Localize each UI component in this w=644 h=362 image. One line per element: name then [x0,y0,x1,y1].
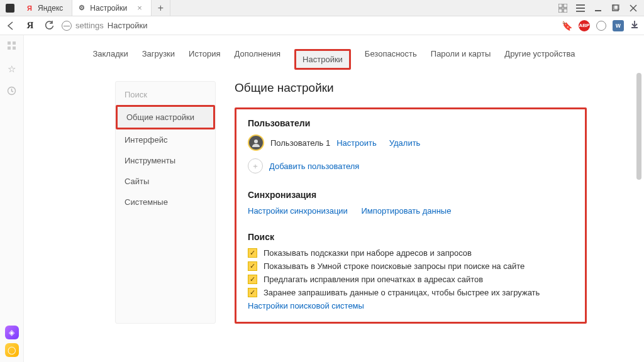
close-window-icon[interactable] [629,4,638,13]
sidebar-item-general[interactable]: Общие настройки [118,107,213,128]
user-configure-link[interactable]: Настроить [336,138,377,148]
window-titlebar: Я Яндекс ⚙ Настройки × + [0,0,644,16]
settings-sidebar: Поиск Общие настройки Интерфейс Инструме… [115,81,216,324]
maximize-icon[interactable] [611,4,620,13]
svg-rect-3 [564,9,567,13]
checkbox-checked-icon[interactable]: ✓ [248,275,257,284]
section-search: Поиск ✓Показывать подсказки при наборе а… [248,232,574,310]
svg-rect-1 [564,4,567,8]
highlighted-panel: Пользователи Пользователь 1 Настроить Уд… [235,107,587,324]
gear-icon: ⚙ [77,4,86,13]
section-sync: Синхронизация Настройки синхронизации Им… [248,190,574,216]
section-users: Пользователи Пользователь 1 Настроить Уд… [248,118,574,173]
checkbox-checked-icon[interactable]: ✓ [248,261,257,271]
browser-tab-yandex[interactable]: Я Яндекс [20,0,72,16]
search-opt-1: Показывать в Умной строке поисковые запр… [264,261,525,271]
sidebar-item-search[interactable]: Поиск [116,84,215,105]
sidebar-item-tools[interactable]: Инструменты [116,150,215,171]
topnav-security[interactable]: Безопасность [365,49,417,70]
search-opt-0: Показывать подсказки при наборе адресов … [264,248,472,258]
app-icon [0,0,20,16]
sidebar-app-1[interactable]: ◈ [5,326,19,339]
page-title: Общие настройки [235,81,587,95]
tab-label: Настройки [90,4,127,13]
topnav-downloads[interactable]: Загрузки [142,49,175,70]
search-opt-2: Предлагать исправления при опечатках в а… [264,275,483,284]
sidebar-item-interface[interactable]: Интерфейс [116,129,215,150]
topnav-bookmarks[interactable]: Закладки [92,49,128,70]
url-scheme: settings [75,21,104,30]
svg-rect-13 [13,41,16,45]
svg-point-17 [254,140,258,143]
avatar [248,134,264,151]
globe-icon [62,21,72,31]
tab-label: Яндекс [38,4,63,13]
reload-button[interactable] [43,21,55,30]
search-engine-link[interactable]: Настройки поисковой системы [248,301,364,310]
downloads-icon[interactable] [630,20,639,31]
address-bar: Я settings Настройки 🔖 ABP w [0,16,644,35]
vk-icon[interactable]: w [613,20,624,31]
sidebar-item-sites[interactable]: Сайты [116,171,215,192]
sidebar-item-system[interactable]: Системные [116,192,215,212]
new-tab-button[interactable]: + [152,0,170,16]
sync-import-link[interactable]: Импортировать данные [361,206,451,216]
menu-icon[interactable] [576,4,585,13]
user-name: Пользователь 1 [270,138,330,148]
search-opt-3: Заранее запрашивать данные о страницах, … [264,288,540,297]
extension-globe-icon[interactable] [596,21,606,31]
add-user-icon[interactable]: + [248,158,263,173]
svg-rect-0 [558,4,562,8]
url-field[interactable]: settings Настройки [62,21,555,31]
settings-panel: Общие настройки Пользователи Пользовател… [235,81,587,324]
sync-settings-link[interactable]: Настройки синхронизации [248,206,348,216]
bookmark-icon[interactable]: 🔖 [562,21,572,31]
svg-rect-12 [8,41,11,45]
minimize-icon[interactable] [594,4,602,13]
window-controls [552,0,644,16]
favicon-yandex: Я [25,4,34,13]
settings-content: Закладки Загрузки История Дополнения Нас… [24,35,644,362]
topnav-settings[interactable]: Настройки [294,49,351,70]
settings-topnav: Закладки Загрузки История Дополнения Нас… [24,41,644,81]
svg-rect-15 [13,47,16,50]
topnav-devices[interactable]: Другие устройства [504,49,575,70]
sidebar-app-alice[interactable]: ◯ [5,343,19,357]
scrollbar-thumb[interactable] [636,73,641,180]
scrollbar-track[interactable] [635,35,643,362]
user-delete-link[interactable]: Удалить [389,138,421,148]
section-title-sync: Синхронизация [248,190,574,200]
svg-rect-14 [8,47,11,50]
checkbox-checked-icon[interactable]: ✓ [248,248,257,258]
yandex-home-icon[interactable]: Я [24,20,36,31]
left-rail: ☆ ◈ ◯ [0,35,24,362]
grid-icon[interactable] [8,41,16,52]
add-user-link[interactable]: Добавить пользователя [269,162,359,171]
svg-rect-8 [613,5,618,11]
adblock-icon[interactable]: ABP [579,20,590,31]
history-icon[interactable] [7,86,16,97]
topnav-passwords[interactable]: Пароли и карты [431,49,491,70]
star-icon[interactable]: ☆ [8,63,16,75]
browser-tab-settings[interactable]: ⚙ Настройки × [72,0,151,16]
topnav-addons[interactable]: Дополнения [234,49,280,70]
back-button[interactable] [5,21,18,30]
panels-icon[interactable] [558,4,567,13]
close-tab-icon[interactable]: × [137,3,142,13]
url-path: Настройки [108,21,148,30]
section-title-search: Поиск [248,232,574,242]
section-title-users: Пользователи [248,118,574,128]
topnav-history[interactable]: История [189,49,220,70]
svg-rect-2 [558,9,562,13]
checkbox-checked-icon[interactable]: ✓ [248,288,257,297]
